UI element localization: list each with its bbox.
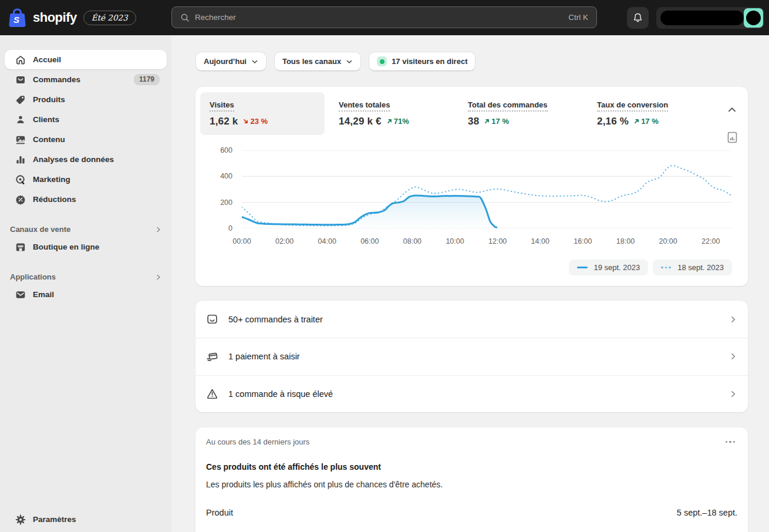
- y-tick-label: 600: [220, 146, 232, 154]
- section-canaux-de-vente[interactable]: Canaux de vente: [10, 225, 162, 234]
- orders-icon: [15, 74, 26, 86]
- chevron-right-icon: [729, 315, 737, 324]
- date-range-button[interactable]: Aujourd’hui: [195, 52, 267, 71]
- x-tick-label: 14:00: [531, 237, 549, 245]
- metric-tab-total-commandes[interactable]: Total des commandes 38 17 %: [458, 92, 583, 135]
- user-menu[interactable]: [656, 7, 764, 29]
- task-label: 1 commande à risque élevé: [228, 389, 719, 399]
- section-label: Applications: [10, 272, 56, 281]
- sidebar-item-boutique-en-ligne[interactable]: Boutique en ligne: [5, 237, 167, 257]
- marketing-icon: [15, 174, 26, 186]
- search-placeholder: Rechercher: [195, 13, 563, 22]
- sidebar-item-analyses[interactable]: Analyses de données: [5, 150, 167, 169]
- sidebar: Accueil Commandes 1179 Produits Clients …: [0, 35, 171, 532]
- metric-change: 71%: [386, 117, 409, 126]
- sidebar-item-commandes[interactable]: Commandes 1179: [5, 70, 167, 89]
- live-indicator-icon: [377, 56, 387, 66]
- task-row-risk[interactable]: 1 commande à risque élevé: [195, 375, 748, 412]
- metric-tabs: Visites 1,62 k 23 % Ventes totales 14,29…: [200, 92, 743, 135]
- shopify-logo[interactable]: S shopify Été 2023: [8, 0, 136, 35]
- task-label: 50+ commandes à traiter: [228, 315, 719, 324]
- trend-arrow-icon: [484, 118, 490, 124]
- channels-button[interactable]: Tous les canaux: [274, 52, 361, 71]
- x-tick-label: 06:00: [360, 237, 379, 245]
- trend-arrow-icon: [633, 118, 640, 124]
- sidebar-item-contenu[interactable]: Contenu: [5, 130, 167, 149]
- task-row-payment[interactable]: 1 paiement à saisir: [195, 338, 748, 375]
- live-visitors-label: 17 visiteurs en direct: [392, 57, 467, 66]
- x-tick-label: 18:00: [616, 237, 635, 245]
- chevron-down-icon: [346, 58, 353, 65]
- metric-change: 17 %: [633, 117, 659, 126]
- metric-label: Visites: [210, 100, 234, 112]
- legend-label: 18 sept. 2023: [677, 263, 724, 272]
- main-content: Aujourd’hui Tous les canaux 17 visiteurs…: [171, 35, 769, 532]
- search-input[interactable]: Rechercher Ctrl K: [171, 6, 597, 28]
- sidebar-item-email[interactable]: Email: [5, 285, 167, 304]
- chart-legend: 19 sept. 2023 18 sept. 2023: [200, 260, 732, 275]
- bell-icon: [632, 12, 643, 23]
- products-icon: [15, 94, 26, 106]
- sidebar-item-label: Email: [33, 290, 54, 299]
- card-title: Ces produits ont été affichés le plus so…: [206, 462, 737, 472]
- warning-icon: [206, 388, 218, 400]
- chevron-down-icon: [251, 58, 258, 65]
- chevron-right-icon: [729, 352, 737, 361]
- sidebar-item-label: Accueil: [33, 55, 61, 64]
- metric-label: Ventes totales: [339, 100, 390, 112]
- dots-icon: [726, 441, 728, 443]
- legend-item-yesterday[interactable]: 18 sept. 2023: [653, 260, 732, 275]
- sidebar-item-parametres[interactable]: Paramètres: [5, 510, 167, 529]
- orders-count-badge: 1179: [134, 74, 160, 85]
- tasks-card: 50+ commandes à traiter 1 paiement à sai…: [195, 301, 748, 412]
- y-tick-label: 400: [220, 172, 232, 180]
- metric-tab-ventes-totales[interactable]: Ventes totales 14,29 k € 71%: [329, 92, 454, 135]
- legend-label: 19 sept. 2023: [593, 263, 640, 272]
- top-products-card: Au cours des 14 derniers jours Ces produ…: [195, 427, 748, 532]
- metric-value: 2,16 %: [597, 116, 629, 127]
- sidebar-item-label: Contenu: [33, 135, 65, 144]
- x-tick-label: 04:00: [318, 237, 336, 245]
- metric-value: 1,62 k: [210, 116, 238, 127]
- chevron-right-icon: [155, 226, 162, 233]
- sidebar-item-label: Paramètres: [33, 515, 76, 524]
- sidebar-item-accueil[interactable]: Accueil: [5, 50, 167, 69]
- chevron-up-icon: [727, 105, 737, 115]
- sidebar-item-label: Boutique en ligne: [33, 243, 99, 251]
- sidebar-item-label: Commandes: [33, 75, 80, 84]
- metric-label: Taux de conversion: [597, 100, 668, 112]
- brand-wordmark: shopify: [33, 10, 77, 25]
- sidebar-item-marketing[interactable]: Marketing: [5, 170, 167, 189]
- visits-line-chart[interactable]: 0200400600: [242, 150, 732, 228]
- chart-x-axis: 00:0002:0004:0006:0008:0010:0012:0014:00…: [242, 237, 732, 247]
- task-row-orders[interactable]: 50+ commandes à traiter: [195, 301, 748, 338]
- view-report-button[interactable]: [727, 132, 737, 143]
- section-applications[interactable]: Applications: [10, 272, 162, 281]
- x-tick-label: 10:00: [446, 237, 464, 245]
- collapse-chart-button[interactable]: [727, 105, 737, 115]
- sidebar-item-label: Réductions: [33, 195, 76, 204]
- metric-tab-visites[interactable]: Visites 1,62 k 23 %: [200, 92, 325, 135]
- home-icon: [15, 54, 26, 66]
- online-store-icon: [15, 241, 26, 253]
- shopify-bag-icon: S: [8, 8, 26, 28]
- filters-row: Aujourd’hui Tous les canaux 17 visiteurs…: [195, 52, 748, 71]
- legend-item-today[interactable]: 19 sept. 2023: [569, 260, 648, 275]
- metric-change: 17 %: [484, 117, 509, 126]
- live-visitors-button[interactable]: 17 visiteurs en direct: [369, 52, 475, 71]
- sidebar-item-produits[interactable]: Produits: [5, 90, 167, 109]
- channels-label: Tous les canaux: [282, 57, 341, 66]
- avatar: [744, 8, 763, 28]
- y-tick-label: 0: [228, 224, 232, 233]
- notifications-button[interactable]: [627, 7, 649, 29]
- orders-icon: [206, 313, 218, 325]
- x-tick-label: 22:00: [701, 237, 720, 245]
- metric-change: 23 %: [242, 117, 268, 126]
- metric-tab-taux-conversion[interactable]: Taux de conversion 2,16 % 17 %: [588, 92, 712, 135]
- task-label: 1 paiement à saisir: [228, 352, 719, 361]
- trend-arrow-icon: [242, 118, 249, 124]
- sidebar-item-reductions[interactable]: Réductions: [5, 190, 167, 209]
- sidebar-item-clients[interactable]: Clients: [5, 110, 167, 129]
- edition-badge[interactable]: Été 2023: [83, 11, 136, 25]
- card-menu-button[interactable]: [723, 439, 738, 446]
